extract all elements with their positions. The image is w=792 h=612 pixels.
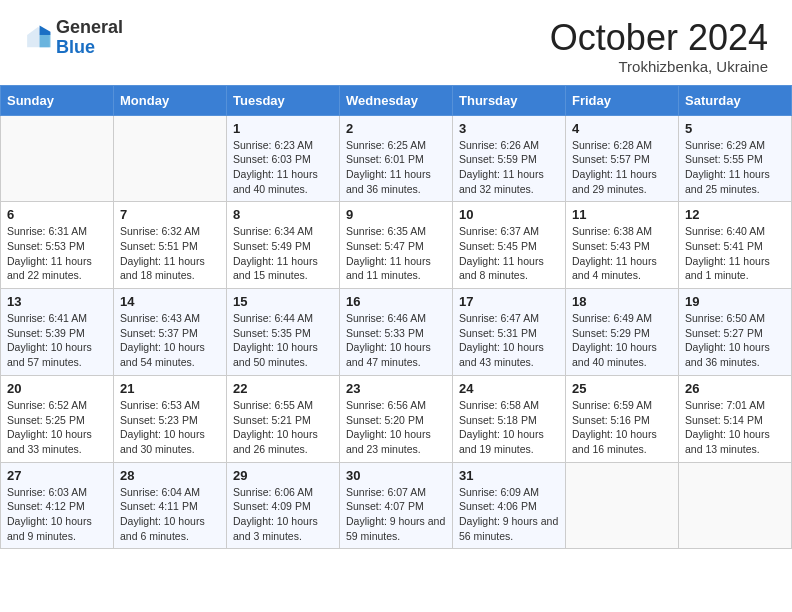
day-number: 28: [120, 468, 220, 483]
day-info: Sunrise: 6:23 AMSunset: 6:03 PMDaylight:…: [233, 138, 333, 197]
day-info: Sunrise: 6:41 AMSunset: 5:39 PMDaylight:…: [7, 311, 107, 370]
day-info: Sunrise: 6:09 AMSunset: 4:06 PMDaylight:…: [459, 485, 559, 544]
weekday-header: Saturday: [679, 85, 792, 115]
day-info: Sunrise: 6:38 AMSunset: 5:43 PMDaylight:…: [572, 224, 672, 283]
weekday-header: Friday: [566, 85, 679, 115]
day-number: 19: [685, 294, 785, 309]
logo-icon: [24, 24, 52, 52]
calendar-cell: 14Sunrise: 6:43 AMSunset: 5:37 PMDayligh…: [114, 289, 227, 376]
day-number: 7: [120, 207, 220, 222]
calendar-cell: 29Sunrise: 6:06 AMSunset: 4:09 PMDayligh…: [227, 462, 340, 549]
calendar-header: SundayMondayTuesdayWednesdayThursdayFrid…: [1, 85, 792, 115]
day-info: Sunrise: 6:49 AMSunset: 5:29 PMDaylight:…: [572, 311, 672, 370]
calendar-cell: 26Sunrise: 7:01 AMSunset: 5:14 PMDayligh…: [679, 375, 792, 462]
calendar-cell: 3Sunrise: 6:26 AMSunset: 5:59 PMDaylight…: [453, 115, 566, 202]
day-number: 8: [233, 207, 333, 222]
calendar-cell: 19Sunrise: 6:50 AMSunset: 5:27 PMDayligh…: [679, 289, 792, 376]
day-number: 14: [120, 294, 220, 309]
day-number: 22: [233, 381, 333, 396]
logo-text: General Blue: [56, 18, 123, 58]
calendar-cell: [114, 115, 227, 202]
day-number: 21: [120, 381, 220, 396]
day-number: 3: [459, 121, 559, 136]
day-number: 12: [685, 207, 785, 222]
calendar-cell: 7Sunrise: 6:32 AMSunset: 5:51 PMDaylight…: [114, 202, 227, 289]
day-info: Sunrise: 6:53 AMSunset: 5:23 PMDaylight:…: [120, 398, 220, 457]
calendar-cell: 18Sunrise: 6:49 AMSunset: 5:29 PMDayligh…: [566, 289, 679, 376]
calendar-cell: 24Sunrise: 6:58 AMSunset: 5:18 PMDayligh…: [453, 375, 566, 462]
day-number: 10: [459, 207, 559, 222]
day-number: 5: [685, 121, 785, 136]
day-info: Sunrise: 6:47 AMSunset: 5:31 PMDaylight:…: [459, 311, 559, 370]
day-info: Sunrise: 6:25 AMSunset: 6:01 PMDaylight:…: [346, 138, 446, 197]
weekday-row: SundayMondayTuesdayWednesdayThursdayFrid…: [1, 85, 792, 115]
calendar-week-row: 27Sunrise: 6:03 AMSunset: 4:12 PMDayligh…: [1, 462, 792, 549]
day-number: 4: [572, 121, 672, 136]
calendar-week-row: 13Sunrise: 6:41 AMSunset: 5:39 PMDayligh…: [1, 289, 792, 376]
day-number: 9: [346, 207, 446, 222]
weekday-header: Wednesday: [340, 85, 453, 115]
day-info: Sunrise: 6:46 AMSunset: 5:33 PMDaylight:…: [346, 311, 446, 370]
calendar-cell: 30Sunrise: 6:07 AMSunset: 4:07 PMDayligh…: [340, 462, 453, 549]
day-number: 24: [459, 381, 559, 396]
day-info: Sunrise: 6:40 AMSunset: 5:41 PMDaylight:…: [685, 224, 785, 283]
calendar-cell: 13Sunrise: 6:41 AMSunset: 5:39 PMDayligh…: [1, 289, 114, 376]
calendar-cell: 21Sunrise: 6:53 AMSunset: 5:23 PMDayligh…: [114, 375, 227, 462]
calendar-cell: [1, 115, 114, 202]
calendar-week-row: 6Sunrise: 6:31 AMSunset: 5:53 PMDaylight…: [1, 202, 792, 289]
svg-marker-1: [40, 25, 51, 34]
calendar-cell: [566, 462, 679, 549]
calendar-cell: 27Sunrise: 6:03 AMSunset: 4:12 PMDayligh…: [1, 462, 114, 549]
day-number: 31: [459, 468, 559, 483]
weekday-header: Monday: [114, 85, 227, 115]
day-number: 27: [7, 468, 107, 483]
day-info: Sunrise: 6:07 AMSunset: 4:07 PMDaylight:…: [346, 485, 446, 544]
calendar-cell: 16Sunrise: 6:46 AMSunset: 5:33 PMDayligh…: [340, 289, 453, 376]
calendar-cell: 1Sunrise: 6:23 AMSunset: 6:03 PMDaylight…: [227, 115, 340, 202]
calendar-cell: [679, 462, 792, 549]
calendar-cell: 8Sunrise: 6:34 AMSunset: 5:49 PMDaylight…: [227, 202, 340, 289]
day-number: 11: [572, 207, 672, 222]
day-number: 20: [7, 381, 107, 396]
calendar-cell: 22Sunrise: 6:55 AMSunset: 5:21 PMDayligh…: [227, 375, 340, 462]
day-number: 17: [459, 294, 559, 309]
calendar-cell: 25Sunrise: 6:59 AMSunset: 5:16 PMDayligh…: [566, 375, 679, 462]
day-number: 23: [346, 381, 446, 396]
day-number: 13: [7, 294, 107, 309]
day-info: Sunrise: 6:35 AMSunset: 5:47 PMDaylight:…: [346, 224, 446, 283]
calendar-cell: 17Sunrise: 6:47 AMSunset: 5:31 PMDayligh…: [453, 289, 566, 376]
day-number: 6: [7, 207, 107, 222]
calendar-cell: 5Sunrise: 6:29 AMSunset: 5:55 PMDaylight…: [679, 115, 792, 202]
weekday-header: Tuesday: [227, 85, 340, 115]
day-info: Sunrise: 6:44 AMSunset: 5:35 PMDaylight:…: [233, 311, 333, 370]
calendar-cell: 31Sunrise: 6:09 AMSunset: 4:06 PMDayligh…: [453, 462, 566, 549]
day-info: Sunrise: 6:43 AMSunset: 5:37 PMDaylight:…: [120, 311, 220, 370]
calendar-week-row: 1Sunrise: 6:23 AMSunset: 6:03 PMDaylight…: [1, 115, 792, 202]
day-info: Sunrise: 6:50 AMSunset: 5:27 PMDaylight:…: [685, 311, 785, 370]
day-number: 26: [685, 381, 785, 396]
day-number: 18: [572, 294, 672, 309]
calendar-cell: 28Sunrise: 6:04 AMSunset: 4:11 PMDayligh…: [114, 462, 227, 549]
day-info: Sunrise: 6:55 AMSunset: 5:21 PMDaylight:…: [233, 398, 333, 457]
day-info: Sunrise: 6:58 AMSunset: 5:18 PMDaylight:…: [459, 398, 559, 457]
day-number: 30: [346, 468, 446, 483]
day-info: Sunrise: 6:37 AMSunset: 5:45 PMDaylight:…: [459, 224, 559, 283]
day-info: Sunrise: 6:29 AMSunset: 5:55 PMDaylight:…: [685, 138, 785, 197]
day-info: Sunrise: 6:34 AMSunset: 5:49 PMDaylight:…: [233, 224, 333, 283]
day-number: 29: [233, 468, 333, 483]
day-number: 15: [233, 294, 333, 309]
day-info: Sunrise: 6:31 AMSunset: 5:53 PMDaylight:…: [7, 224, 107, 283]
title-block: October 2024 Trokhizbenka, Ukraine: [550, 18, 768, 75]
calendar-cell: 9Sunrise: 6:35 AMSunset: 5:47 PMDaylight…: [340, 202, 453, 289]
calendar-cell: 4Sunrise: 6:28 AMSunset: 5:57 PMDaylight…: [566, 115, 679, 202]
calendar-cell: 23Sunrise: 6:56 AMSunset: 5:20 PMDayligh…: [340, 375, 453, 462]
calendar-cell: 15Sunrise: 6:44 AMSunset: 5:35 PMDayligh…: [227, 289, 340, 376]
weekday-header: Thursday: [453, 85, 566, 115]
day-info: Sunrise: 6:32 AMSunset: 5:51 PMDaylight:…: [120, 224, 220, 283]
day-info: Sunrise: 6:59 AMSunset: 5:16 PMDaylight:…: [572, 398, 672, 457]
day-number: 2: [346, 121, 446, 136]
day-info: Sunrise: 6:56 AMSunset: 5:20 PMDaylight:…: [346, 398, 446, 457]
day-info: Sunrise: 6:52 AMSunset: 5:25 PMDaylight:…: [7, 398, 107, 457]
subtitle: Trokhizbenka, Ukraine: [550, 58, 768, 75]
calendar-cell: 12Sunrise: 6:40 AMSunset: 5:41 PMDayligh…: [679, 202, 792, 289]
